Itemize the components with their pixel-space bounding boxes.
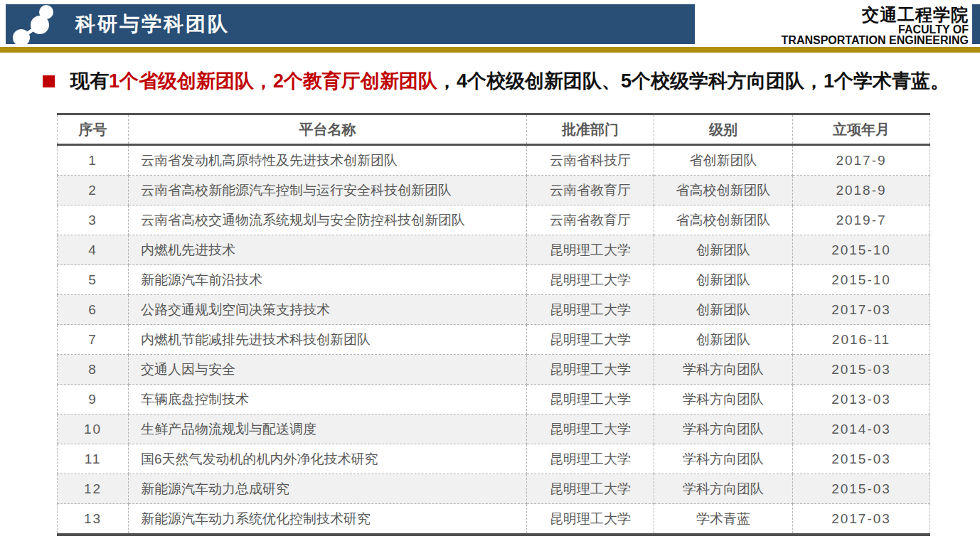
page-title: 科研与学科团队 (75, 11, 230, 38)
cell-level: 创新团队 (654, 265, 793, 295)
cell-no: 6 (58, 295, 129, 325)
cell-project-date: 2018-9 (793, 176, 930, 205)
table-header-row: 序号 平台名称 批准部门 级别 立项年月 (58, 114, 930, 145)
summary-text: 现有1个省级创新团队，2个教育厅创新团队，4个校级创新团队、5个校级学科方向团队… (70, 68, 949, 95)
cell-level: 学术青蓝 (654, 504, 793, 535)
cell-platform-name: 内燃机先进技术 (129, 235, 527, 265)
cell-project-date: 2019-7 (793, 205, 930, 235)
cell-platform-name: 车辆底盘控制技术 (129, 385, 527, 414)
institution-name-en-line1: FACULTY OF (782, 24, 969, 35)
table-row: 7 内燃机节能减排先进技术科技创新团队 昆明理工大学 创新团队 2016-11 (58, 325, 930, 355)
cell-platform-name: 云南省高校交通物流系统规划与安全防控科技创新团队 (129, 205, 527, 235)
cell-approving-dept: 昆明理工大学 (527, 474, 654, 504)
cell-platform-name: 国6天然气发动机的机内外净化技术研究 (129, 444, 527, 474)
cell-no: 8 (58, 355, 129, 385)
cell-approving-dept: 昆明理工大学 (527, 414, 654, 444)
table-row: 6 公路交通规划空间决策支持技术 昆明理工大学 创新团队 2017-03 (58, 295, 930, 325)
cell-platform-name: 公路交通规划空间决策支持技术 (129, 295, 527, 325)
summary-highlight-2: 2个教育厅创新团队 (273, 70, 437, 92)
cell-approving-dept: 云南省教育厅 (527, 176, 654, 205)
cell-approving-dept: 昆明理工大学 (527, 355, 654, 385)
cell-approving-dept: 昆明理工大学 (527, 265, 654, 295)
institution-name-en-line2: TRANSPORTATION ENGINEERING (782, 35, 969, 46)
cell-approving-dept: 昆明理工大学 (527, 504, 654, 535)
cell-level: 省高校创新团队 (654, 176, 793, 205)
institution-block: 交通工程学院 FACULTY OF TRANSPORTATION ENGINEE… (782, 5, 969, 46)
cell-project-date: 2017-03 (793, 295, 930, 325)
cell-project-date: 2013-03 (793, 385, 930, 414)
cell-project-date: 2015-03 (793, 355, 930, 385)
cell-project-date: 2016-11 (793, 325, 930, 355)
cell-level: 创新团队 (654, 295, 793, 325)
cell-approving-dept: 昆明理工大学 (527, 444, 654, 474)
cell-no: 4 (58, 235, 129, 265)
table-row: 13 新能源汽车动力系统优化控制技术研究 昆明理工大学 学术青蓝 2017-03 (58, 504, 930, 535)
cell-approving-dept: 昆明理工大学 (527, 235, 654, 265)
cell-no: 7 (58, 325, 129, 355)
cell-approving-dept: 昆明理工大学 (527, 385, 654, 414)
cell-no: 2 (58, 176, 129, 205)
table-row: 2 云南省高校新能源汽车控制与运行安全科技创新团队 云南省教育厅 省高校创新团队… (58, 176, 930, 205)
table-row: 5 新能源汽车前沿技术 昆明理工大学 创新团队 2015-10 (58, 265, 930, 295)
cell-platform-name: 云南省高校新能源汽车控制与运行安全科技创新团队 (129, 176, 527, 205)
cell-project-date: 2017-03 (793, 504, 930, 535)
team-table-header: 序号 平台名称 批准部门 级别 立项年月 (58, 114, 930, 145)
cell-no: 1 (58, 145, 129, 176)
summary-highlight-1: 1个省级创新团队， (109, 70, 273, 92)
cell-approving-dept: 昆明理工大学 (527, 295, 654, 325)
slide-header-bar: 科研与学科团队 (6, 4, 695, 44)
cell-platform-name: 新能源汽车前沿技术 (129, 265, 527, 295)
table-row: 3 云南省高校交通物流系统规划与安全防控科技创新团队 云南省教育厅 省高校创新团… (58, 205, 930, 235)
cell-level: 学科方向团队 (654, 414, 793, 444)
column-header-level: 级别 (654, 114, 793, 145)
cell-project-date: 2017-9 (793, 145, 930, 176)
cell-platform-name: 生鲜产品物流规划与配送调度 (129, 414, 527, 444)
institution-name-cn: 交通工程学院 (782, 5, 969, 24)
cell-project-date: 2015-10 (793, 235, 930, 265)
cell-project-date: 2014-03 (793, 414, 930, 444)
cell-no: 10 (58, 414, 129, 444)
molecule-icon (9, 4, 65, 45)
column-header-date: 立项年月 (793, 114, 930, 145)
cell-level: 省高校创新团队 (654, 205, 793, 235)
cell-level: 创新团队 (654, 235, 793, 265)
cell-platform-name: 新能源汽车动力系统优化控制技术研究 (129, 504, 527, 535)
summary-prefix: 现有 (70, 70, 109, 92)
column-header-name: 平台名称 (129, 114, 527, 145)
cell-level: 创新团队 (654, 325, 793, 355)
table-row: 11 国6天然气发动机的机内外净化技术研究 昆明理工大学 学科方向团队 2015… (58, 444, 930, 474)
cell-no: 9 (58, 385, 129, 414)
cell-approving-dept: 云南省教育厅 (527, 205, 654, 235)
column-header-no: 序号 (58, 114, 129, 145)
bullet-square-icon (43, 75, 55, 87)
team-table-body: 1 云南省发动机高原特性及先进技术创新团队 云南省科技厅 省创新团队 2017-… (58, 145, 930, 535)
cell-platform-name: 交通人因与安全 (129, 355, 527, 385)
team-table: 序号 平台名称 批准部门 级别 立项年月 1 云南省发动机高原特性及先进技术创新… (57, 113, 930, 536)
cell-project-date: 2015-03 (793, 444, 930, 474)
table-row: 9 车辆底盘控制技术 昆明理工大学 学科方向团队 2013-03 (58, 385, 930, 414)
cell-platform-name: 内燃机节能减排先进技术科技创新团队 (129, 325, 527, 355)
table-row: 8 交通人因与安全 昆明理工大学 学科方向团队 2015-03 (58, 355, 930, 385)
table-row: 4 内燃机先进技术 昆明理工大学 创新团队 2015-10 (58, 235, 930, 265)
table-row: 12 新能源汽车动力总成研究 昆明理工大学 学科方向团队 2015-03 (58, 474, 930, 504)
cell-level: 学科方向团队 (654, 444, 793, 474)
summary-bullet-line: 现有1个省级创新团队，2个教育厅创新团队，4个校级创新团队、5个校级学科方向团队… (43, 68, 949, 95)
cell-level: 省创新团队 (654, 145, 793, 176)
gold-divider (0, 47, 980, 53)
cell-no: 3 (58, 205, 129, 235)
cell-project-date: 2015-10 (793, 265, 930, 295)
cell-platform-name: 云南省发动机高原特性及先进技术创新团队 (129, 145, 527, 176)
cell-no: 13 (58, 504, 129, 535)
cell-approving-dept: 云南省科技厅 (527, 145, 654, 176)
table-row: 10 生鲜产品物流规划与配送调度 昆明理工大学 学科方向团队 2014-03 (58, 414, 930, 444)
header-accent-block (972, 4, 980, 44)
table-row: 1 云南省发动机高原特性及先进技术创新团队 云南省科技厅 省创新团队 2017-… (58, 145, 930, 176)
column-header-dept: 批准部门 (527, 114, 654, 145)
cell-level: 学科方向团队 (654, 385, 793, 414)
cell-platform-name: 新能源汽车动力总成研究 (129, 474, 527, 504)
cell-no: 12 (58, 474, 129, 504)
cell-level: 学科方向团队 (654, 474, 793, 504)
cell-no: 11 (58, 444, 129, 474)
summary-rest: ，4个校级创新团队、5个校级学科方向团队，1个学术青蓝。 (437, 70, 949, 92)
cell-project-date: 2015-03 (793, 474, 930, 504)
